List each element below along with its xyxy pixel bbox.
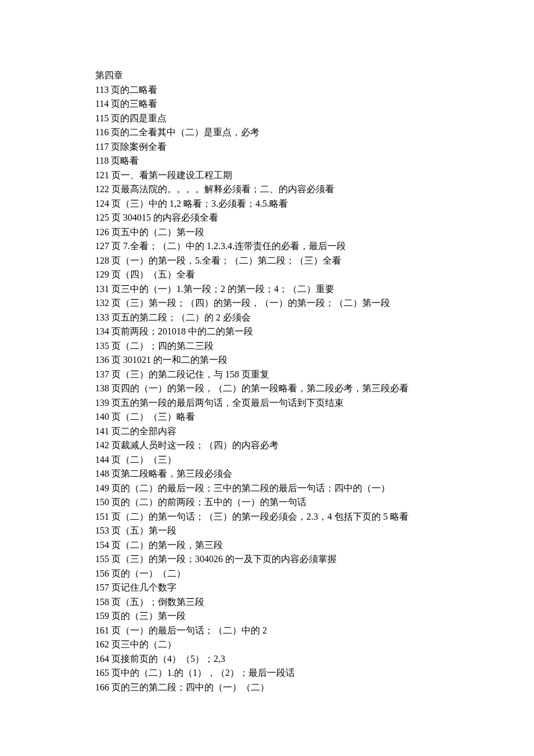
text-line: 164 页接前页的（4）（5）；2,3 <box>95 652 534 667</box>
text-line: 118 页略看 <box>95 154 534 168</box>
text-line: 151 页（二）的第一句话；（三）的第一段必须会，2.3，4 包括下页的 5 略… <box>95 510 534 524</box>
text-line: 117 页除案例全看 <box>95 140 534 154</box>
text-line: 141 页二的全部内容 <box>95 424 534 439</box>
text-line: 129 页（四）（五）全看 <box>95 268 534 282</box>
text-line: 126 页五中的（二）第一段 <box>95 225 534 240</box>
text-line: 131 页三中的（一）1.第一段；2 的第一段；4；（二）重要 <box>95 282 534 297</box>
text-line: 142 页裁减人员时这一段；（四）的内容必考 <box>95 438 534 453</box>
text-line: 140 页（二）（三）略看 <box>95 410 534 424</box>
text-line: 150 页的（二）的前两段；五中的（一）的第一句话 <box>95 495 534 510</box>
text-line: 157 页记住几个数字 <box>95 581 534 595</box>
text-line: 116 页的二全看其中（二）是重点，必考 <box>95 125 534 140</box>
text-line: 156 页的（一）（二） <box>95 567 534 581</box>
text-line: 139 页五的第一段的最后两句话，全页最后一句话到下页结束 <box>95 396 534 411</box>
text-line: 125 页 304015 的内容必须全看 <box>95 211 534 225</box>
text-line: 135 页（二）；四的第二三段 <box>95 339 534 354</box>
text-line: 161 页（一）的最后一句话；（二）中的 2 <box>95 624 534 638</box>
text-line: 153 页（五）第一段 <box>95 524 534 538</box>
text-line: 113 页的二略看 <box>95 83 534 98</box>
text-line: 121 页一、看第一段建设工程工期 <box>95 168 534 183</box>
text-line: 115 页的四是重点 <box>95 111 534 126</box>
text-line: 158 页（五）；倒数第三段 <box>95 595 534 610</box>
text-line: 155 页（三）的第一段；304026 的一及下页的内容必须掌握 <box>95 552 534 567</box>
text-line: 144 页（二）（三） <box>95 453 534 467</box>
text-line: 138 页四的（一）的第一段，（二）的第一段略看，第二段必考，第三段必看 <box>95 381 534 396</box>
lines-container: 113 页的二略看114 页的三略看115 页的四是重点116 页的二全看其中（… <box>95 83 534 695</box>
text-line: 127 页 7.全看；（二）中的 1.2.3.4.连带责任的必看，最后一段 <box>95 239 534 254</box>
text-line: 162 页三中的（二） <box>95 638 534 652</box>
text-line: 114 页的三略看 <box>95 97 534 111</box>
text-line: 148 页第二段略看，第三段必须会 <box>95 467 534 481</box>
text-line: 137 页（三）的第二段记住，与 158 页重复 <box>95 368 534 382</box>
text-line: 124 页（三）中的 1,2 略看；3.必须看；4.5.略看 <box>95 197 534 211</box>
text-line: 134 页前两段；201018 中的二的第一段 <box>95 325 534 339</box>
text-line: 132 页（三）第一段；（四）的第一段，（一）的第一段；（二）第一段 <box>95 296 534 311</box>
text-line: 154 页（二）的第一段，第三段 <box>95 538 534 553</box>
text-line: 133 页五的第二段；（二）的 2 必须会 <box>95 311 534 325</box>
text-line: 149 页的（二）的最后一段；三中的第二段的最后一句话；四中的（一） <box>95 481 534 496</box>
chapter-heading: 第四章 <box>95 69 534 83</box>
text-line: 128 页（一）的第一段，5.全看；（二）第二段；（三）全看 <box>95 254 534 268</box>
text-line: 122 页最高法院的。。。。解释必须看；二、的内容必须看 <box>95 182 534 197</box>
document-content: 第四章 113 页的二略看114 页的三略看115 页的四是重点116 页的二全… <box>95 69 534 694</box>
text-line: 165 页中的（二）1.的（1），（2）；最后一段话 <box>95 666 534 681</box>
text-line: 159 页的（三）第一段 <box>95 609 534 624</box>
text-line: 136 页 301021 的一和二的第一段 <box>95 353 534 368</box>
text-line: 166 页的三的第二段；四中的（一）（二） <box>95 681 534 695</box>
